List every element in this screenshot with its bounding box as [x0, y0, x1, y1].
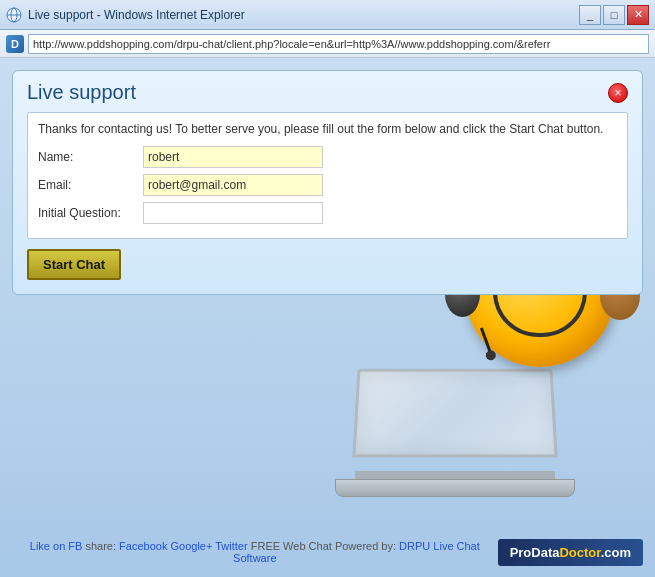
brand-doctor: Doctor — [559, 545, 600, 560]
maximize-button[interactable]: □ — [603, 5, 625, 25]
question-row: Initial Question: — [38, 202, 617, 224]
name-label: Name: — [38, 150, 143, 164]
footer-brand: ProDataDoctor.com — [498, 539, 643, 566]
headphone-mic — [480, 327, 493, 356]
form-description: Thanks for contacting us! To better serv… — [38, 121, 617, 138]
name-input[interactable] — [143, 146, 323, 168]
twitter-link[interactable]: Twitter — [215, 540, 247, 552]
laptop-illustration — [335, 367, 575, 497]
brand-domain: .com — [601, 545, 631, 560]
email-row: Email: — [38, 174, 617, 196]
email-input[interactable] — [143, 174, 323, 196]
form-box: Thanks for contacting us! To better serv… — [27, 112, 628, 239]
footer-links: Like on FB share: Facebook Google+ Twitt… — [12, 540, 498, 564]
start-chat-button[interactable]: Start Chat — [27, 249, 121, 280]
share-text: share: — [85, 540, 116, 552]
emoji-smile — [493, 292, 587, 337]
like-on-fb-link[interactable]: Like on FB — [30, 540, 83, 552]
question-label: Initial Question: — [38, 206, 143, 220]
googleplus-link[interactable]: Google+ — [170, 540, 212, 552]
laptop-hinge — [355, 471, 555, 479]
live-support-panel: Live support × Thanks for contacting us!… — [12, 70, 643, 295]
facebook-link[interactable]: Facebook — [119, 540, 167, 552]
name-row: Name: — [38, 146, 617, 168]
headphone-mic-ball — [484, 349, 497, 362]
window-title: Live support - Windows Internet Explorer — [28, 8, 579, 22]
question-input[interactable] — [143, 202, 323, 224]
window-close-button[interactable]: ✕ — [627, 5, 649, 25]
browser-icon — [6, 7, 22, 23]
free-text: FREE Web Chat Powered by: — [251, 540, 396, 552]
brand-data: Data — [531, 545, 559, 560]
browser-d-icon: D — [6, 35, 24, 53]
main-content: Live support × Thanks for contacting us!… — [0, 58, 655, 577]
email-label: Email: — [38, 178, 143, 192]
footer: Like on FB share: Facebook Google+ Twitt… — [0, 527, 655, 577]
address-input[interactable] — [28, 34, 649, 54]
panel-title: Live support — [27, 81, 136, 104]
window-controls: _ □ ✕ — [579, 5, 649, 25]
title-bar: Live support - Windows Internet Explorer… — [0, 0, 655, 30]
minimize-button[interactable]: _ — [579, 5, 601, 25]
panel-header: Live support × — [27, 81, 628, 104]
address-bar: D — [0, 30, 655, 58]
laptop-screen — [352, 369, 557, 458]
laptop-base — [335, 479, 575, 497]
panel-close-button[interactable]: × — [608, 83, 628, 103]
brand-pro: Pro — [510, 545, 532, 560]
